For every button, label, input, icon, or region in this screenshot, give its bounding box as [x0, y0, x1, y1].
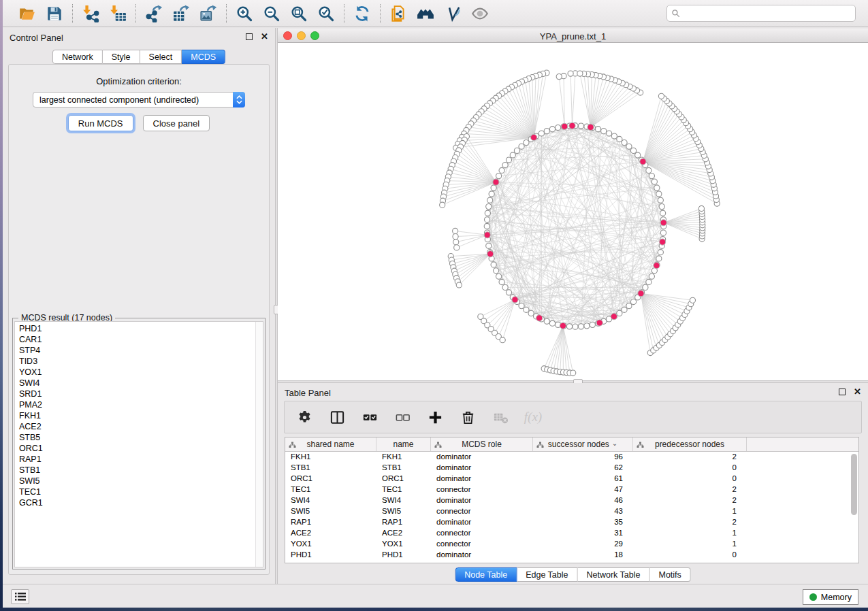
search-input[interactable] — [683, 9, 851, 18]
columns-icon[interactable] — [328, 408, 346, 426]
mcds-result-item[interactable]: GCR1 — [19, 497, 263, 508]
zoom-fit-icon[interactable] — [289, 4, 308, 23]
table-cell: 47 — [533, 484, 633, 495]
table-cell: 2 — [633, 484, 747, 495]
network-canvas[interactable] — [278, 43, 868, 380]
zoom-out-icon[interactable] — [262, 4, 281, 23]
tab-mcds[interactable]: MCDS — [182, 50, 225, 64]
table-cell: 1 — [633, 539, 747, 550]
column-header-shared-name[interactable]: shared name — [285, 437, 376, 451]
table-cell: TEC1 — [376, 484, 431, 495]
add-column-icon[interactable] — [426, 408, 444, 426]
column-type-icon — [637, 441, 644, 450]
network-graph[interactable] — [278, 43, 868, 380]
mcds-result-item[interactable]: SWI5 — [19, 476, 263, 486]
criterion-select[interactable]: largest connected component (undirected) — [33, 92, 245, 108]
show-hide-icon[interactable] — [470, 4, 489, 23]
table-cell: 0 — [633, 463, 747, 474]
tab-edge-table[interactable]: Edge Table — [517, 567, 577, 582]
mcds-result-item[interactable]: TEC1 — [19, 486, 263, 497]
mcds-result-list[interactable]: PHD1CAR1STP4TID3YOX1SWI4SRD1PMA2FKH1ACE2… — [14, 321, 263, 567]
mcds-result-item[interactable]: TID3 — [19, 356, 263, 367]
table-row[interactable]: PHD1PHD1dominator180 — [285, 550, 858, 561]
table-row[interactable]: SWI5SWI5connector431 — [285, 506, 858, 517]
sort-indicator-icon: ⌄ — [612, 440, 617, 447]
tab-style[interactable]: Style — [103, 50, 140, 64]
style-vizmap-icon[interactable] — [443, 4, 462, 23]
import-table-icon[interactable] — [108, 4, 127, 23]
export-image-icon[interactable] — [199, 4, 218, 23]
table-row[interactable]: YOX1YOX1connector291 — [285, 539, 858, 550]
table-cell: connector — [431, 528, 533, 539]
tab-network[interactable]: Network — [52, 50, 103, 64]
zoom-in-icon[interactable] — [235, 4, 254, 23]
table-cell: 1 — [633, 506, 747, 517]
tab-node-table[interactable]: Node Table — [455, 567, 517, 582]
mcds-result-item[interactable]: STB1 — [19, 465, 263, 476]
column-header-successor-nodes[interactable]: successor nodes⌄ — [533, 437, 633, 451]
delete-column-icon[interactable] — [459, 408, 477, 426]
column-header-name[interactable]: name — [376, 437, 431, 451]
mcds-result-item[interactable]: CAR1 — [19, 334, 263, 345]
open-file-icon[interactable] — [18, 4, 37, 23]
table-row[interactable]: FKH1FKH1dominator962 — [285, 452, 858, 463]
mcds-result-item[interactable]: ACE2 — [19, 421, 263, 432]
table-cell: dominator — [431, 474, 533, 484]
table-cell: TEC1 — [285, 484, 376, 495]
mcds-result-item[interactable]: PMA2 — [19, 399, 263, 410]
settings-gear-icon[interactable] — [295, 408, 313, 426]
table-cell: 1 — [633, 528, 747, 539]
export-table-icon[interactable] — [172, 4, 191, 23]
memory-button[interactable]: Memory — [803, 589, 858, 605]
mcds-result-item[interactable]: SWI4 — [19, 378, 263, 389]
table-row[interactable]: ACE2ACE2connector311 — [285, 528, 858, 539]
select-all-icon[interactable] — [361, 408, 379, 426]
column-header-predecessor-nodes[interactable]: predecessor nodes — [633, 437, 747, 451]
table-row[interactable]: TEC1TEC1connector472 — [285, 484, 858, 495]
network-nodes[interactable] — [440, 70, 720, 376]
column-header-MCDS-role[interactable]: MCDS role — [431, 437, 533, 451]
save-session-icon[interactable] — [45, 4, 64, 23]
mcds-result-item[interactable]: FKH1 — [19, 410, 263, 421]
table-cell: connector — [431, 539, 533, 550]
mcds-result-item[interactable]: YOX1 — [19, 367, 263, 378]
close-panel-icon[interactable]: ✕ — [261, 33, 268, 40]
import-network-icon[interactable] — [81, 4, 100, 23]
mcds-list-scrollbar[interactable] — [255, 322, 263, 567]
run-mcds-button[interactable]: Run MCDS — [68, 115, 133, 131]
close-panel-button[interactable]: Close panel — [143, 115, 210, 131]
function-builder-icon: f(x) — [524, 408, 542, 426]
mcds-result-item[interactable]: PHD1 — [19, 323, 263, 334]
export-network-icon[interactable] — [144, 4, 163, 23]
select-stepper-icon — [233, 92, 245, 108]
table-cell: PHD1 — [285, 550, 376, 561]
status-bar: Memory — [3, 584, 868, 608]
table-row[interactable]: SWI4SWI4dominator462 — [285, 495, 858, 506]
table-row[interactable]: ORC1ORC1dominator610 — [285, 474, 858, 484]
table-scrollbar[interactable] — [851, 454, 857, 515]
zoom-selected-icon[interactable] — [317, 4, 336, 23]
mcds-result-item[interactable]: STP4 — [19, 345, 263, 356]
tab-select[interactable]: Select — [140, 50, 182, 64]
refresh-layout-icon[interactable] — [353, 4, 372, 23]
close-panel-icon[interactable]: ✕ — [854, 389, 861, 395]
mcds-result-item[interactable]: ORC1 — [19, 443, 263, 454]
memory-status-icon — [809, 593, 817, 601]
mcds-result-item[interactable]: RAP1 — [19, 454, 263, 465]
float-panel-icon[interactable] — [246, 33, 253, 40]
unselect-all-icon[interactable] — [393, 408, 411, 426]
search-box[interactable] — [666, 5, 856, 22]
float-panel-icon[interactable] — [839, 389, 846, 395]
table-cell: SWI5 — [376, 506, 431, 517]
panel-menu-button[interactable] — [11, 589, 29, 604]
search-network-icon[interactable] — [416, 4, 435, 23]
table-row[interactable]: STB1STB1dominator620 — [285, 463, 858, 474]
tab-network-table[interactable]: Network Table — [578, 567, 650, 582]
mcds-result-item[interactable]: STB5 — [19, 432, 263, 443]
share-document-icon[interactable] — [389, 4, 408, 23]
mcds-result-item[interactable]: SRD1 — [19, 389, 263, 399]
list-icon — [15, 592, 26, 601]
table-row[interactable]: RAP1RAP1dominator352 — [285, 517, 858, 528]
tab-motifs[interactable]: Motifs — [649, 567, 690, 582]
table-cell: 29 — [533, 539, 633, 550]
